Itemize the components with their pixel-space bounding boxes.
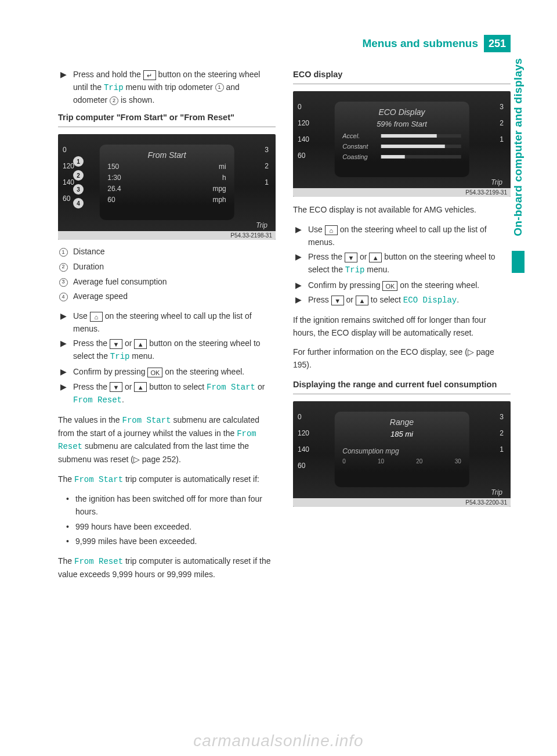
page: Menus and submenus 251 On-board computer… [0, 0, 557, 756]
text: Confirm by pressing [73, 367, 147, 376]
tick: 60 [298, 152, 309, 160]
step-arrow-icon: ▶ [58, 337, 68, 363]
subsection-heading: ECO display [293, 69, 511, 80]
text: or [122, 382, 134, 391]
menu-name: From Reset [73, 395, 122, 405]
menu-name: From Reset [74, 557, 123, 566]
figure-trip-computer: 0 120 140 60 3 2 1 1 2 3 4 From Star [58, 134, 276, 240]
bullet-item: •999 hours have been exceeded. [66, 521, 276, 534]
value: 26.4 [107, 185, 121, 193]
bar-label: Constant [342, 143, 376, 150]
gauge-scale-left: 0 120 140 60 [298, 103, 309, 160]
display-panel: From Start 150mi 1:30h 26.4mpg 60mph [99, 145, 234, 220]
step-text: Confirm by pressing OK on the steering w… [73, 366, 244, 379]
callout-ref: 1 [59, 248, 68, 257]
display-title: From Start [107, 150, 226, 160]
home-button-icon: ⌂ [325, 225, 338, 235]
step-item: ▶ Press and hold the ↵ button on the ste… [58, 69, 276, 107]
text: trip computer is automatically reset if: [123, 474, 259, 484]
bullet-list: •the ignition has been switched off for … [66, 493, 276, 548]
callout-ref: 4 [59, 293, 68, 301]
bar-row: Accel. [342, 132, 461, 139]
text: menu. [364, 265, 389, 274]
down-button-icon: ▼ [110, 382, 122, 392]
bullet-text: 999 hours have been exceeded. [75, 521, 191, 534]
down-button-icon: ▼ [331, 296, 344, 305]
tick: 2 [500, 119, 504, 127]
tick: 0 [298, 413, 309, 421]
callout-2: 2 [73, 170, 84, 181]
display-footer: Trip [256, 221, 267, 229]
legend-item: 2Duration [58, 261, 276, 273]
step-arrow-icon: ▶ [58, 310, 68, 335]
step-text: Use ⌂ on the steering wheel to call up t… [73, 310, 276, 335]
bar-row: Coasting [342, 153, 461, 160]
value: 1:30 [107, 174, 121, 182]
bar-row: Constant [342, 143, 461, 150]
display-row: 26.4mpg [107, 185, 226, 193]
bar-fill [381, 145, 445, 148]
legend-item: 4Average speed [58, 290, 276, 303]
left-column: ▶ Press and hold the ↵ button on the ste… [58, 69, 276, 588]
text: Press the [308, 252, 345, 261]
right-column: ECO display 0 120 140 60 3 2 1 ECO Displ… [293, 69, 511, 588]
consumption-label: Consumption mpg [342, 447, 461, 455]
gauge-scale-right: 3 2 1 [265, 146, 269, 186]
text: or [357, 252, 369, 261]
text: Confirm by pressing [308, 280, 382, 290]
eco-bars: Accel. Constant Coasting [342, 132, 461, 160]
tick: 0 [298, 103, 309, 111]
tick: 60 [298, 462, 309, 470]
steps-list: ▶ Use ⌂ on the steering wheel to call up… [293, 224, 511, 307]
up-button-icon: ▲ [356, 296, 368, 305]
step-arrow-icon: ▶ [58, 366, 68, 379]
bar [381, 155, 461, 159]
text: Press the [73, 382, 110, 391]
unit: mi [219, 163, 226, 171]
step-text: Press the ▼ or ▲ button on the steering … [73, 337, 276, 363]
menu-name: Trip [110, 352, 130, 361]
callout-ref: 1 [215, 83, 224, 92]
paragraph: For further information on the ECO displ… [293, 346, 511, 371]
tick: 3 [500, 413, 504, 421]
text: or [344, 295, 356, 304]
legend-item: 3Average fuel consumption [58, 276, 276, 289]
figure-callouts: 1 2 3 4 [73, 156, 84, 208]
bar-fill [381, 134, 437, 138]
tick: 0 [342, 458, 346, 465]
tick: 10 [378, 458, 384, 465]
callout-ref: 2 [110, 96, 118, 105]
tick: 2 [265, 162, 269, 170]
down-button-icon: ▼ [345, 253, 357, 262]
gauge-scale-left: 0 120 140 60 [298, 413, 309, 470]
text: to select [368, 295, 403, 304]
figure-code: P54.33-2199-31 [293, 188, 511, 197]
callout-ref: 3 [59, 278, 68, 287]
ok-button-icon: OK [147, 368, 162, 377]
paragraph: The From Reset trip computer is automati… [58, 555, 276, 581]
unit: mpg [212, 185, 226, 193]
step-arrow-icon: ▶ [293, 251, 303, 276]
text: The values in the [58, 415, 122, 424]
legend-text: Average speed [73, 290, 128, 303]
tick: 140 [298, 135, 309, 143]
display-panel: Range 185 mi Consumption mpg 0 10 20 30 [334, 412, 469, 487]
section-title: Menus and submenus [362, 37, 478, 50]
step-text: Press the ▼ or ▲ button to select From S… [73, 381, 276, 407]
home-button-icon: ⌂ [90, 312, 103, 322]
text: . [457, 295, 459, 304]
text: button to select [147, 382, 207, 391]
bullet-icon: • [66, 493, 72, 518]
bullet-text: the ignition has been switched off for m… [75, 493, 276, 518]
text: menu. [129, 351, 154, 361]
tick: 140 [298, 445, 309, 453]
text: . [122, 395, 124, 404]
consumption-scale: 0 10 20 30 [342, 458, 461, 465]
text: is shown. [121, 95, 154, 105]
tick: 0 [63, 146, 74, 154]
gauge-scale-right: 3 2 1 [500, 413, 504, 453]
tick: 1 [265, 178, 269, 186]
text: The [58, 556, 74, 566]
legend-text: Duration [73, 261, 104, 273]
value: 150 [107, 163, 119, 171]
